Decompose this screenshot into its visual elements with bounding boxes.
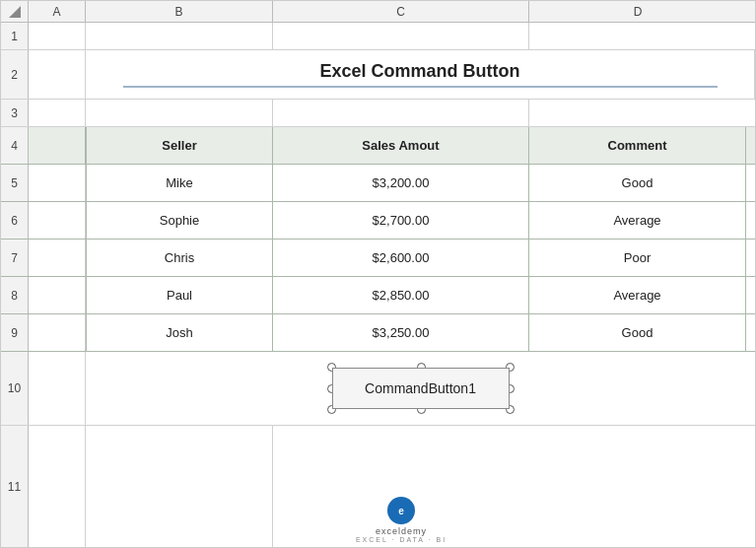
- cell-b3[interactable]: [86, 100, 273, 126]
- cell-a11[interactable]: [29, 426, 86, 547]
- cell-a1[interactable]: [29, 23, 86, 49]
- cell-d1[interactable]: [529, 23, 746, 49]
- row-7: 7 Chris $2,600.00 Poor: [1, 240, 755, 277]
- cell-c5[interactable]: $3,200.00: [273, 165, 529, 201]
- exceldemy-logo: e exceldemy EXCEL · DATA · BI: [356, 497, 447, 543]
- row-2: 2 Excel Command Button: [1, 50, 755, 100]
- column-headers: A B C D: [1, 1, 755, 23]
- cell-a10[interactable]: [29, 352, 86, 425]
- cell-b1[interactable]: [86, 23, 273, 49]
- cell-d11[interactable]: [529, 426, 746, 547]
- title-merged-cell: Excel Command Button: [86, 50, 755, 99]
- cell-d4-header[interactable]: Comment: [529, 127, 746, 164]
- cell-a7[interactable]: [29, 240, 86, 276]
- row-num-10: 10: [1, 352, 29, 425]
- cell-b5[interactable]: Mike: [86, 165, 273, 201]
- row-1: 1: [1, 23, 755, 50]
- cell-d5[interactable]: Good: [529, 165, 746, 201]
- cell-b8[interactable]: Paul: [86, 277, 273, 313]
- svg-marker-0: [9, 6, 21, 18]
- row-8: 8 Paul $2,850.00 Average: [1, 277, 755, 314]
- cell-b9[interactable]: Josh: [86, 314, 273, 351]
- cell-a2[interactable]: [29, 50, 86, 99]
- row-num-11: 11: [1, 426, 29, 547]
- row-5: 5 Mike $3,200.00 Good: [1, 165, 755, 202]
- logo-text-sub: EXCEL · DATA · BI: [356, 536, 447, 543]
- spreadsheet-title: Excel Command Button: [319, 61, 519, 82]
- cell-d9[interactable]: Good: [529, 314, 746, 351]
- row-3: 3: [1, 100, 755, 127]
- row-num-6: 6: [1, 202, 29, 239]
- col-header-c: C: [273, 1, 529, 22]
- corner-cell: [1, 1, 29, 22]
- row-num-4: 4: [1, 127, 29, 164]
- cell-c3[interactable]: [273, 100, 529, 126]
- row-10: 10 CommandButton1: [1, 352, 755, 426]
- cell-b6[interactable]: Sophie: [86, 202, 273, 239]
- cell-c11: e exceldemy EXCEL · DATA · BI: [273, 426, 529, 547]
- cell-a3[interactable]: [29, 100, 86, 126]
- cell-b7[interactable]: Chris: [86, 240, 273, 276]
- row-num-9: 9: [1, 314, 29, 351]
- logo-text-main: exceldemy: [376, 526, 427, 536]
- cell-d3[interactable]: [529, 100, 746, 126]
- row-4-table-header: 4 Seller Sales Amout Comment: [1, 127, 755, 165]
- cell-c1[interactable]: [273, 23, 529, 49]
- row-num-8: 8: [1, 277, 29, 313]
- row-11: 11 e exceldemy EXCEL · DATA · BI: [1, 426, 755, 547]
- row-num-7: 7: [1, 240, 29, 276]
- col-header-d: D: [529, 1, 746, 22]
- row-num-5: 5: [1, 165, 29, 201]
- cell-d8[interactable]: Average: [529, 277, 746, 313]
- cell-d6[interactable]: Average: [529, 202, 746, 239]
- cell-a8[interactable]: [29, 277, 86, 313]
- command-button-1[interactable]: CommandButton1: [332, 368, 510, 409]
- row-num-3: 3: [1, 100, 29, 126]
- logo-circle: e: [387, 497, 415, 524]
- cell-a4[interactable]: [29, 127, 86, 164]
- cell-bcd10: CommandButton1: [86, 352, 755, 425]
- title-underline: [123, 86, 718, 88]
- row-num-2: 2: [1, 50, 29, 99]
- cell-c6[interactable]: $2,700.00: [273, 202, 529, 239]
- cell-c4-header[interactable]: Sales Amout: [273, 127, 529, 164]
- row-num-1: 1: [1, 23, 29, 49]
- command-button-label: CommandButton1: [365, 380, 476, 396]
- row-9: 9 Josh $3,250.00 Good: [1, 314, 755, 352]
- spreadsheet: A B C D 1 2 Excel Command Button 3 4 Sel…: [0, 0, 756, 548]
- cell-c9[interactable]: $3,250.00: [273, 314, 529, 351]
- cell-d7[interactable]: Poor: [529, 240, 746, 276]
- col-header-b: B: [86, 1, 273, 22]
- cell-a6[interactable]: [29, 202, 86, 239]
- cell-a9[interactable]: [29, 314, 86, 351]
- cell-a5[interactable]: [29, 165, 86, 201]
- cell-c7[interactable]: $2,600.00: [273, 240, 529, 276]
- cell-b11[interactable]: [86, 426, 273, 547]
- row-6: 6 Sophie $2,700.00 Average: [1, 202, 755, 240]
- cell-c8[interactable]: $2,850.00: [273, 277, 529, 313]
- col-header-a: A: [29, 1, 86, 22]
- command-button-wrapper: CommandButton1: [332, 368, 510, 409]
- cell-b4-header[interactable]: Seller: [86, 127, 273, 164]
